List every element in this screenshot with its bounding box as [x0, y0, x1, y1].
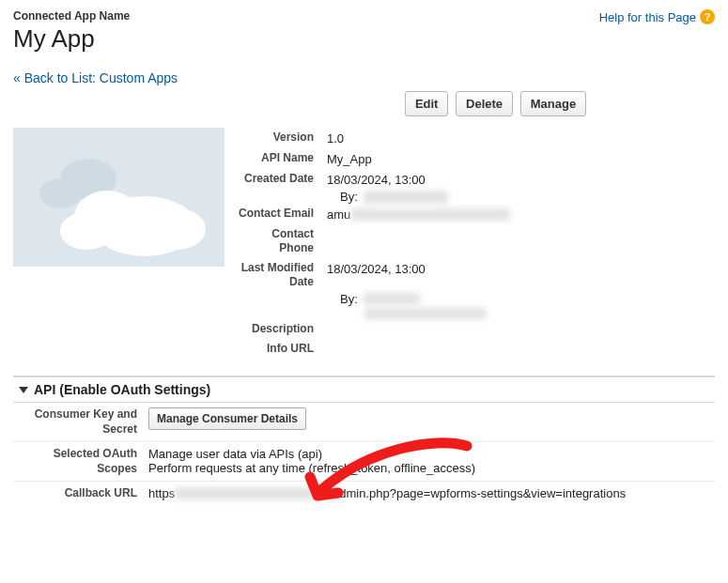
page-pretitle: Connected App Name	[13, 9, 130, 23]
description-label: Description	[238, 322, 327, 336]
callback-url-suffix: dmin.php?page=wpforms-settings&view=inte…	[339, 486, 626, 500]
help-icon: ?	[700, 9, 715, 24]
created-date-value: 18/03/2024, 13:00	[327, 172, 426, 187]
created-by-redacted: xxxxxxxxx	[364, 191, 448, 204]
contact-email-label: Contact Email	[238, 207, 327, 221]
app-logo-placeholder	[13, 128, 225, 267]
callback-url-label: Callback URL	[17, 486, 148, 501]
contact-email-redacted: xxxxxxxxxxxxxxxxxxxx	[350, 208, 510, 221]
last-modified-value: 18/03/2024, 13:00	[327, 261, 426, 276]
callback-url-redacted: xxxxxxxxxxxxxxxxxxxxxxxx	[175, 487, 339, 499]
info-url-label: Info URL	[238, 342, 327, 356]
svg-point-1	[39, 178, 81, 208]
contact-phone-label: Contact Phone	[238, 227, 327, 255]
api-name-value: My_App	[327, 151, 372, 166]
version-label: Version	[238, 130, 327, 145]
svg-point-5	[149, 208, 206, 250]
back-to-list-link[interactable]: « Back to List: Custom Apps	[13, 70, 178, 85]
delete-button[interactable]: Delete	[456, 91, 513, 116]
oauth-scope-line-2: Perform requests at any time (refresh_to…	[148, 461, 711, 475]
last-modified-label: Last Modified Date	[238, 261, 327, 289]
callback-url-prefix: https	[148, 486, 175, 500]
oauth-scopes-label: Selected OAuth Scopes	[17, 447, 148, 476]
modified-by-prefix: By:	[340, 292, 358, 306]
manage-button[interactable]: Manage	[520, 91, 586, 116]
page-title: My App	[13, 24, 130, 54]
help-link[interactable]: Help for this Page ?	[599, 9, 715, 24]
api-name-label: API Name	[238, 151, 327, 165]
help-link-text: Help for this Page	[599, 10, 696, 24]
svg-point-4	[60, 212, 113, 250]
edit-button[interactable]: Edit	[405, 91, 449, 116]
consumer-key-label: Consumer Key and Secret	[17, 407, 148, 437]
created-by-prefix: By:	[340, 190, 358, 204]
created-date-label: Created Date	[238, 172, 327, 186]
modified-by-redacted-1: xxxxxx	[364, 293, 420, 305]
modified-by-redacted-2: xxxxxxxxxxxxxxx	[364, 308, 487, 319]
api-section-header[interactable]: API (Enable OAuth Settings)	[13, 376, 715, 403]
manage-consumer-details-button[interactable]: Manage Consumer Details	[148, 407, 306, 430]
cloud-icon	[13, 128, 225, 267]
contact-email-prefix: amu	[327, 207, 350, 222]
version-value: 1.0	[327, 130, 344, 146]
disclosure-triangle-icon	[19, 387, 28, 393]
oauth-scope-line-1: Manage user data via APIs (api)	[148, 447, 711, 461]
api-section-title: API (Enable OAuth Settings)	[34, 382, 210, 397]
